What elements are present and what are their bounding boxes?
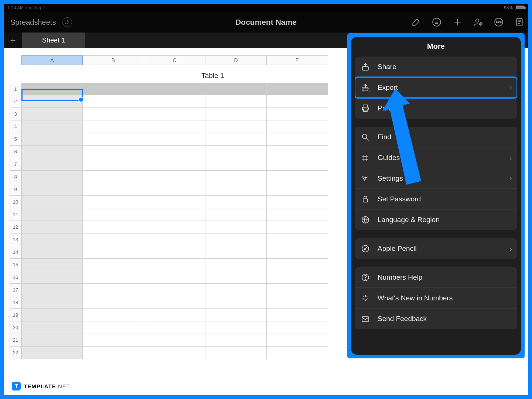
cell[interactable] xyxy=(83,296,144,309)
row-header[interactable]: 1 xyxy=(10,83,21,95)
col-header-A[interactable]: A xyxy=(21,55,83,65)
cell[interactable] xyxy=(205,321,267,334)
cell[interactable] xyxy=(21,347,83,359)
cell[interactable] xyxy=(267,221,328,233)
cell[interactable] xyxy=(144,233,205,246)
cell[interactable] xyxy=(144,321,205,334)
cell[interactable] xyxy=(144,158,205,171)
menu-apple-pencil[interactable]: Apple Pencil › xyxy=(355,238,517,259)
row-header[interactable]: 2 xyxy=(10,95,21,108)
cell[interactable] xyxy=(21,233,83,246)
cell[interactable] xyxy=(144,146,205,158)
row-header[interactable]: 13 xyxy=(10,233,21,246)
cell[interactable] xyxy=(83,146,144,158)
row-header[interactable]: 14 xyxy=(10,246,21,259)
cell[interactable] xyxy=(144,259,205,271)
menu-share[interactable]: Share xyxy=(355,57,517,77)
cell[interactable] xyxy=(267,208,328,221)
add-sheet-button[interactable]: + xyxy=(4,33,22,48)
list-icon[interactable] xyxy=(432,17,442,27)
cell[interactable] xyxy=(144,347,205,359)
cell[interactable] xyxy=(21,208,83,221)
col-header-C[interactable]: C xyxy=(144,55,205,65)
cell[interactable] xyxy=(205,83,267,95)
row-header[interactable]: 4 xyxy=(10,120,21,133)
cell[interactable] xyxy=(205,259,267,271)
cell[interactable] xyxy=(205,347,267,359)
row-header[interactable]: 9 xyxy=(10,183,21,196)
row-header[interactable]: 18 xyxy=(10,296,21,309)
cell[interactable] xyxy=(144,95,205,108)
row-headers[interactable]: 12345678910111213141516171819202122 xyxy=(10,83,21,359)
cell[interactable] xyxy=(267,158,328,171)
row-header[interactable]: 17 xyxy=(10,284,21,296)
document-title[interactable]: Document Name xyxy=(235,18,297,27)
cell[interactable] xyxy=(144,133,205,146)
cell[interactable] xyxy=(144,120,205,133)
cell[interactable] xyxy=(21,158,83,171)
cell[interactable] xyxy=(267,334,328,347)
row-header[interactable]: 21 xyxy=(10,334,21,347)
menu-settings[interactable]: Settings › xyxy=(355,168,517,189)
cell[interactable] xyxy=(21,146,83,158)
row-header[interactable]: 22 xyxy=(10,347,21,359)
cell[interactable] xyxy=(83,321,144,334)
menu-whats-new[interactable]: What's New in Numbers xyxy=(355,288,517,308)
menu-find[interactable]: Find xyxy=(355,127,517,147)
cell[interactable] xyxy=(144,284,205,296)
cell[interactable] xyxy=(267,246,328,259)
cell[interactable] xyxy=(21,120,83,133)
cell[interactable] xyxy=(267,95,328,108)
cell[interactable] xyxy=(144,221,205,233)
row-header[interactable]: 16 xyxy=(10,271,21,284)
cell[interactable] xyxy=(267,171,328,183)
cell[interactable] xyxy=(21,108,83,120)
cell[interactable] xyxy=(267,259,328,271)
cell[interactable] xyxy=(267,108,328,120)
cell[interactable] xyxy=(267,347,328,359)
row-header[interactable]: 7 xyxy=(10,158,21,171)
cell[interactable] xyxy=(83,208,144,221)
cell[interactable] xyxy=(205,196,267,208)
cell[interactable] xyxy=(83,171,144,183)
cell[interactable] xyxy=(83,284,144,296)
cell[interactable] xyxy=(83,83,144,95)
row-header[interactable]: 11 xyxy=(10,208,21,221)
cell[interactable] xyxy=(205,158,267,171)
cell[interactable] xyxy=(144,171,205,183)
cell[interactable] xyxy=(83,347,144,359)
cell[interactable] xyxy=(21,259,83,271)
document-icon[interactable] xyxy=(514,17,525,27)
add-icon[interactable] xyxy=(452,17,463,27)
cell[interactable] xyxy=(267,284,328,296)
cell[interactable] xyxy=(83,233,144,246)
cell[interactable] xyxy=(83,120,144,133)
cell[interactable] xyxy=(267,233,328,246)
cell[interactable] xyxy=(267,271,328,284)
col-header-B[interactable]: B xyxy=(83,55,144,65)
cell[interactable] xyxy=(21,334,83,347)
cell[interactable] xyxy=(21,271,83,284)
format-brush-icon[interactable] xyxy=(411,17,421,27)
cell[interactable] xyxy=(205,146,267,158)
cell[interactable] xyxy=(21,246,83,259)
cell[interactable] xyxy=(83,309,144,321)
cell[interactable] xyxy=(21,171,83,183)
menu-export[interactable]: Export › xyxy=(355,77,517,98)
row-header[interactable]: 20 xyxy=(10,321,21,334)
cell[interactable] xyxy=(205,221,267,233)
cell[interactable] xyxy=(21,296,83,309)
cell[interactable] xyxy=(144,83,205,95)
cell[interactable] xyxy=(144,108,205,120)
cell[interactable] xyxy=(205,246,267,259)
menu-send-feedback[interactable]: Send Feedback xyxy=(355,308,517,329)
cell[interactable] xyxy=(205,120,267,133)
cell[interactable] xyxy=(21,183,83,196)
cell[interactable] xyxy=(21,284,83,296)
cell[interactable] xyxy=(21,321,83,334)
cell[interactable] xyxy=(83,259,144,271)
cell[interactable] xyxy=(144,183,205,196)
row-header[interactable]: 3 xyxy=(10,108,21,120)
cell[interactable] xyxy=(21,83,83,95)
row-header[interactable]: 8 xyxy=(10,171,21,183)
